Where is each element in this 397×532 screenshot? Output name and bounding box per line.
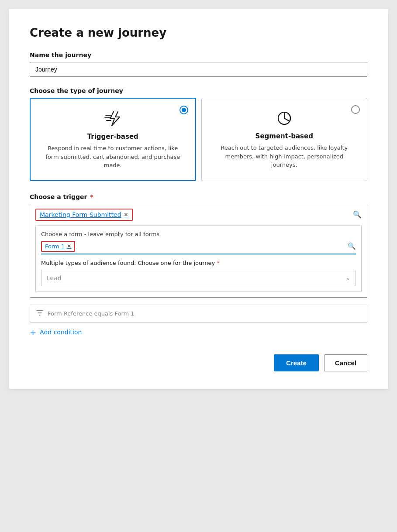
segment-based-option[interactable]: Segment-based Reach out to targeted audi… [201, 98, 368, 181]
journey-name-input[interactable] [30, 62, 367, 77]
segment-based-title: Segment-based [212, 132, 357, 140]
form-label: Choose a form - leave empty for all form… [41, 231, 356, 237]
journey-type-label: Choose the type of journey [30, 87, 367, 94]
add-condition-row[interactable]: + Add condition [30, 328, 367, 337]
filter-icon [36, 309, 43, 318]
trigger-based-icon [41, 107, 185, 128]
trigger-box: Marketing Form Submitted ✕ 🔍 Choose a fo… [30, 204, 367, 298]
trigger-required-star: * [88, 193, 93, 200]
cancel-button[interactable]: Cancel [324, 354, 367, 371]
trigger-tag-close[interactable]: ✕ [124, 212, 128, 218]
add-condition-icon: + [30, 328, 36, 337]
create-journey-dialog: Create a new journey Name the journey Ch… [9, 9, 388, 389]
audience-dropdown[interactable]: Lead ⌄ [41, 270, 356, 286]
trigger-based-description: Respond in real time to customer actions… [41, 144, 185, 170]
filter-bar: Form Reference equals Form 1 [30, 305, 367, 323]
trigger-label: Choose a trigger * [30, 193, 367, 200]
trigger-tag-value: Marketing Form Submitted [40, 211, 121, 218]
footer-buttons: Create Cancel [30, 354, 367, 371]
trigger-based-option[interactable]: Trigger-based Respond in real time to cu… [30, 98, 196, 181]
audience-warning: Multiple types of audience found. Choose… [41, 260, 356, 266]
form-search-icon[interactable]: 🔍 [348, 242, 356, 250]
audience-dropdown-text: Lead [47, 275, 62, 281]
create-button[interactable]: Create [274, 354, 319, 371]
page-title: Create a new journey [30, 26, 367, 39]
segment-based-radio[interactable] [351, 105, 360, 114]
trigger-input-row: Marketing Form Submitted ✕ 🔍 [30, 204, 367, 225]
form-tag-row: Form 1 ✕ 🔍 [41, 241, 356, 254]
form-tag-value: Form 1 [45, 243, 65, 250]
segment-based-description: Reach out to targeted audiences, like lo… [212, 144, 357, 169]
trigger-tag[interactable]: Marketing Form Submitted ✕ [35, 209, 133, 221]
trigger-based-title: Trigger-based [41, 133, 185, 141]
trigger-search-icon[interactable]: 🔍 [353, 210, 362, 219]
add-condition-label[interactable]: Add condition [40, 329, 82, 336]
segment-based-icon [212, 107, 357, 128]
form-tag[interactable]: Form 1 ✕ [41, 241, 75, 252]
trigger-section: Choose a trigger * Marketing Form Submit… [30, 193, 367, 298]
trigger-sub-box: Choose a form - leave empty for all form… [35, 225, 362, 292]
chevron-down-icon: ⌄ [346, 275, 350, 281]
trigger-based-radio[interactable] [180, 106, 188, 114]
journey-type-options: Trigger-based Respond in real time to cu… [30, 98, 367, 181]
form-tag-close[interactable]: ✕ [67, 243, 71, 249]
journey-name-label: Name the journey [30, 51, 367, 58]
journey-type-section: Choose the type of journey Trigger-based… [30, 87, 367, 181]
filter-text: Form Reference equals Form 1 [48, 310, 135, 317]
